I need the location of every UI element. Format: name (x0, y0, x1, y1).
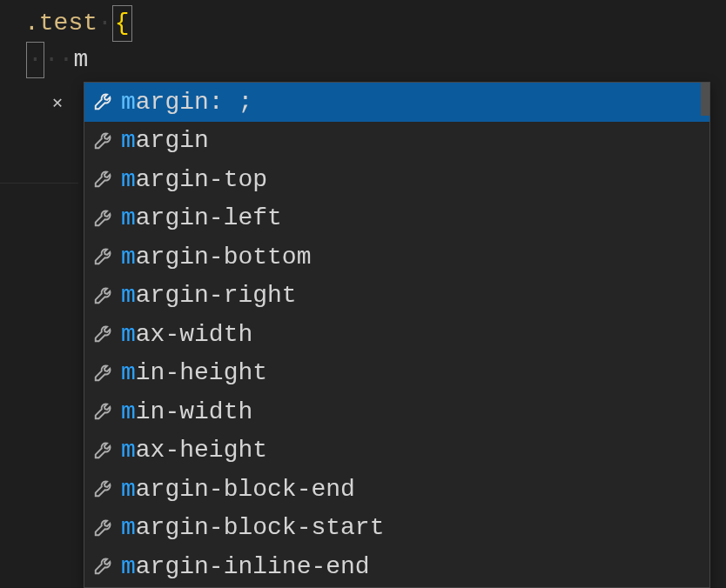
wrench-icon (93, 286, 112, 305)
autocomplete-label: margin-top (121, 166, 267, 193)
scrollbar-thumb[interactable] (701, 83, 709, 116)
autocomplete-label: margin-block-end (121, 476, 355, 503)
code-line-1[interactable]: .test·{ (0, 5, 726, 42)
whitespace-dots: ·· (44, 46, 74, 73)
close-icon[interactable]: ✕ (52, 91, 63, 113)
wrench-icon (93, 324, 112, 344)
code-editor[interactable]: .test·{ ···m ✕ margin: ; margin margin-t… (0, 0, 726, 588)
autocomplete-label: margin: ; (121, 89, 252, 116)
autocomplete-item[interactable]: margin-left (84, 199, 709, 238)
code-line-2[interactable]: ···m (0, 42, 726, 78)
autocomplete-item[interactable]: margin-top (84, 160, 709, 199)
autocomplete-label: max-width (121, 321, 252, 348)
wrench-icon (93, 518, 112, 538)
wrench-icon (93, 209, 112, 228)
autocomplete-label: max-height (121, 437, 267, 464)
wrench-icon (93, 170, 112, 189)
autocomplete-label: min-height (121, 359, 267, 386)
autocomplete-item[interactable]: max-height (84, 431, 709, 471)
autocomplete-label: margin-bottom (121, 244, 311, 271)
panel-divider (0, 183, 78, 184)
autocomplete-item[interactable]: margin-inline-end (84, 547, 709, 586)
wrench-icon (93, 479, 112, 498)
autocomplete-label: margin-inline-end (121, 553, 370, 580)
autocomplete-item[interactable]: max-width (84, 315, 709, 354)
autocomplete-item[interactable]: margin-right (84, 277, 709, 316)
wrench-icon (93, 441, 112, 460)
wrench-icon (93, 92, 112, 111)
edit-cursor-box: · (26, 42, 44, 78)
autocomplete-item[interactable]: min-height (84, 354, 709, 393)
autocomplete-label: margin-right (121, 282, 297, 309)
autocomplete-item[interactable]: min-width (84, 392, 709, 431)
wrench-icon (93, 402, 112, 421)
autocomplete-label: margin-left (121, 204, 282, 231)
autocomplete-label: margin (121, 127, 209, 154)
autocomplete-item[interactable]: margin-block-end (84, 470, 709, 509)
wrench-icon (93, 131, 112, 150)
typed-character: m (73, 46, 88, 73)
whitespace-dot: · (97, 10, 112, 37)
css-selector: .test (24, 10, 97, 37)
open-brace-highlight: { (112, 5, 132, 42)
autocomplete-item[interactable]: margin: ; (84, 83, 709, 122)
autocomplete-popup[interactable]: margin: ; margin margin-top margin-left … (84, 82, 710, 588)
wrench-icon (93, 364, 112, 383)
wrench-icon (93, 247, 112, 266)
autocomplete-item[interactable]: margin-block-start (84, 509, 709, 548)
autocomplete-item[interactable]: margin-bottom (84, 237, 709, 277)
wrench-icon (93, 557, 112, 576)
autocomplete-item[interactable]: margin (84, 122, 709, 161)
autocomplete-label: margin-block-start (121, 514, 384, 541)
autocomplete-label: min-width (121, 398, 252, 425)
